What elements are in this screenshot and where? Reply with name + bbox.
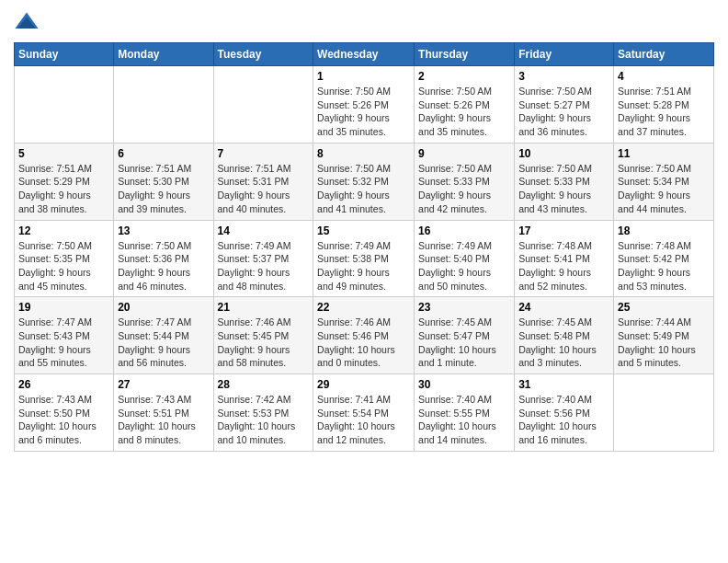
day-cell: 2Sunrise: 7:50 AM Sunset: 5:26 PM Daylig… bbox=[415, 66, 515, 144]
header-cell-friday: Friday bbox=[515, 43, 614, 66]
day-info: Sunrise: 7:50 AM Sunset: 5:33 PM Dayligh… bbox=[418, 162, 510, 216]
day-cell: 28Sunrise: 7:42 AM Sunset: 5:53 PM Dayli… bbox=[213, 374, 313, 452]
day-info: Sunrise: 7:49 AM Sunset: 5:40 PM Dayligh… bbox=[418, 239, 510, 293]
day-number: 9 bbox=[418, 147, 510, 160]
day-number: 15 bbox=[317, 224, 410, 237]
day-number: 11 bbox=[618, 147, 710, 160]
day-info: Sunrise: 7:47 AM Sunset: 5:43 PM Dayligh… bbox=[18, 316, 109, 370]
day-cell: 11Sunrise: 7:50 AM Sunset: 5:34 PM Dayli… bbox=[614, 143, 714, 220]
day-cell: 23Sunrise: 7:45 AM Sunset: 5:47 PM Dayli… bbox=[415, 297, 515, 374]
day-cell: 17Sunrise: 7:48 AM Sunset: 5:41 PM Dayli… bbox=[515, 220, 614, 297]
week-row-3: 19Sunrise: 7:47 AM Sunset: 5:43 PM Dayli… bbox=[15, 297, 714, 374]
week-row-4: 26Sunrise: 7:43 AM Sunset: 5:50 PM Dayli… bbox=[15, 374, 714, 452]
day-cell: 13Sunrise: 7:50 AM Sunset: 5:36 PM Dayli… bbox=[114, 220, 213, 297]
day-cell: 4Sunrise: 7:51 AM Sunset: 5:28 PM Daylig… bbox=[614, 66, 714, 144]
day-number: 28 bbox=[218, 378, 310, 391]
logo-icon bbox=[14, 9, 40, 35]
day-info: Sunrise: 7:42 AM Sunset: 5:53 PM Dayligh… bbox=[218, 393, 310, 447]
day-number: 29 bbox=[317, 378, 410, 391]
day-info: Sunrise: 7:40 AM Sunset: 5:55 PM Dayligh… bbox=[418, 393, 510, 447]
day-cell: 29Sunrise: 7:41 AM Sunset: 5:54 PM Dayli… bbox=[313, 374, 415, 452]
day-number: 1 bbox=[317, 70, 410, 83]
header-cell-sunday: Sunday bbox=[15, 43, 114, 66]
day-cell: 19Sunrise: 7:47 AM Sunset: 5:43 PM Dayli… bbox=[15, 297, 114, 374]
day-info: Sunrise: 7:50 AM Sunset: 5:34 PM Dayligh… bbox=[618, 162, 710, 216]
day-info: Sunrise: 7:48 AM Sunset: 5:41 PM Dayligh… bbox=[518, 239, 609, 293]
day-number: 14 bbox=[218, 224, 310, 237]
day-cell: 30Sunrise: 7:40 AM Sunset: 5:55 PM Dayli… bbox=[415, 374, 515, 452]
day-cell bbox=[114, 66, 213, 144]
day-info: Sunrise: 7:45 AM Sunset: 5:47 PM Dayligh… bbox=[418, 316, 510, 370]
day-cell: 6Sunrise: 7:51 AM Sunset: 5:30 PM Daylig… bbox=[114, 143, 213, 220]
day-number: 20 bbox=[118, 301, 209, 314]
day-info: Sunrise: 7:51 AM Sunset: 5:30 PM Dayligh… bbox=[118, 162, 209, 216]
day-cell: 7Sunrise: 7:51 AM Sunset: 5:31 PM Daylig… bbox=[213, 143, 313, 220]
day-number: 16 bbox=[418, 224, 510, 237]
day-info: Sunrise: 7:46 AM Sunset: 5:46 PM Dayligh… bbox=[317, 316, 410, 370]
header-cell-saturday: Saturday bbox=[614, 43, 714, 66]
day-cell: 24Sunrise: 7:45 AM Sunset: 5:48 PM Dayli… bbox=[515, 297, 614, 374]
day-info: Sunrise: 7:46 AM Sunset: 5:45 PM Dayligh… bbox=[218, 316, 310, 370]
day-info: Sunrise: 7:51 AM Sunset: 5:28 PM Dayligh… bbox=[618, 85, 710, 139]
day-cell: 18Sunrise: 7:48 AM Sunset: 5:42 PM Dayli… bbox=[614, 220, 714, 297]
day-number: 8 bbox=[317, 147, 410, 160]
day-info: Sunrise: 7:50 AM Sunset: 5:32 PM Dayligh… bbox=[317, 162, 410, 216]
day-number: 6 bbox=[118, 147, 209, 160]
week-row-1: 5Sunrise: 7:51 AM Sunset: 5:29 PM Daylig… bbox=[15, 143, 714, 220]
day-info: Sunrise: 7:50 AM Sunset: 5:36 PM Dayligh… bbox=[118, 239, 209, 293]
day-number: 27 bbox=[118, 378, 209, 391]
day-cell bbox=[614, 374, 714, 452]
day-number: 12 bbox=[18, 224, 109, 237]
day-cell: 21Sunrise: 7:46 AM Sunset: 5:45 PM Dayli… bbox=[213, 297, 313, 374]
day-number: 18 bbox=[618, 224, 710, 237]
day-info: Sunrise: 7:49 AM Sunset: 5:37 PM Dayligh… bbox=[218, 239, 310, 293]
day-cell: 10Sunrise: 7:50 AM Sunset: 5:33 PM Dayli… bbox=[515, 143, 614, 220]
day-number: 7 bbox=[218, 147, 310, 160]
header-cell-tuesday: Tuesday bbox=[213, 43, 313, 66]
day-info: Sunrise: 7:50 AM Sunset: 5:26 PM Dayligh… bbox=[418, 85, 510, 139]
day-info: Sunrise: 7:48 AM Sunset: 5:42 PM Dayligh… bbox=[618, 239, 710, 293]
day-number: 21 bbox=[218, 301, 310, 314]
day-number: 31 bbox=[518, 378, 609, 391]
day-cell: 12Sunrise: 7:50 AM Sunset: 5:35 PM Dayli… bbox=[15, 220, 114, 297]
day-number: 5 bbox=[18, 147, 109, 160]
week-row-2: 12Sunrise: 7:50 AM Sunset: 5:35 PM Dayli… bbox=[15, 220, 714, 297]
day-info: Sunrise: 7:50 AM Sunset: 5:27 PM Dayligh… bbox=[518, 85, 609, 139]
header-row: SundayMondayTuesdayWednesdayThursdayFrid… bbox=[15, 43, 714, 66]
day-info: Sunrise: 7:50 AM Sunset: 5:33 PM Dayligh… bbox=[518, 162, 609, 216]
day-info: Sunrise: 7:50 AM Sunset: 5:35 PM Dayligh… bbox=[18, 239, 109, 293]
day-info: Sunrise: 7:40 AM Sunset: 5:56 PM Dayligh… bbox=[518, 393, 609, 447]
day-cell: 20Sunrise: 7:47 AM Sunset: 5:44 PM Dayli… bbox=[114, 297, 213, 374]
day-cell: 31Sunrise: 7:40 AM Sunset: 5:56 PM Dayli… bbox=[515, 374, 614, 452]
page: SundayMondayTuesdayWednesdayThursdayFrid… bbox=[0, 0, 728, 563]
day-number: 25 bbox=[618, 301, 710, 314]
header-cell-thursday: Thursday bbox=[415, 43, 515, 66]
day-cell: 27Sunrise: 7:43 AM Sunset: 5:51 PM Dayli… bbox=[114, 374, 213, 452]
day-number: 10 bbox=[518, 147, 609, 160]
calendar-body: 1Sunrise: 7:50 AM Sunset: 5:26 PM Daylig… bbox=[15, 66, 714, 452]
day-number: 30 bbox=[418, 378, 510, 391]
day-cell: 1Sunrise: 7:50 AM Sunset: 5:26 PM Daylig… bbox=[313, 66, 415, 144]
day-cell: 25Sunrise: 7:44 AM Sunset: 5:49 PM Dayli… bbox=[614, 297, 714, 374]
day-cell: 22Sunrise: 7:46 AM Sunset: 5:46 PM Dayli… bbox=[313, 297, 415, 374]
day-cell: 26Sunrise: 7:43 AM Sunset: 5:50 PM Dayli… bbox=[15, 374, 114, 452]
calendar-table: SundayMondayTuesdayWednesdayThursdayFrid… bbox=[14, 42, 714, 452]
day-number: 22 bbox=[317, 301, 410, 314]
week-row-0: 1Sunrise: 7:50 AM Sunset: 5:26 PM Daylig… bbox=[15, 66, 714, 144]
day-number: 23 bbox=[418, 301, 510, 314]
day-info: Sunrise: 7:43 AM Sunset: 5:50 PM Dayligh… bbox=[18, 393, 109, 447]
day-number: 3 bbox=[518, 70, 609, 83]
day-cell: 15Sunrise: 7:49 AM Sunset: 5:38 PM Dayli… bbox=[313, 220, 415, 297]
day-number: 17 bbox=[518, 224, 609, 237]
day-info: Sunrise: 7:44 AM Sunset: 5:49 PM Dayligh… bbox=[618, 316, 710, 370]
day-cell: 3Sunrise: 7:50 AM Sunset: 5:27 PM Daylig… bbox=[515, 66, 614, 144]
day-cell: 9Sunrise: 7:50 AM Sunset: 5:33 PM Daylig… bbox=[415, 143, 515, 220]
day-cell bbox=[15, 66, 114, 144]
day-info: Sunrise: 7:47 AM Sunset: 5:44 PM Dayligh… bbox=[118, 316, 209, 370]
day-info: Sunrise: 7:49 AM Sunset: 5:38 PM Dayligh… bbox=[317, 239, 410, 293]
day-number: 4 bbox=[618, 70, 710, 83]
day-cell: 14Sunrise: 7:49 AM Sunset: 5:37 PM Dayli… bbox=[213, 220, 313, 297]
day-number: 19 bbox=[18, 301, 109, 314]
day-cell: 8Sunrise: 7:50 AM Sunset: 5:32 PM Daylig… bbox=[313, 143, 415, 220]
logo bbox=[14, 9, 43, 35]
